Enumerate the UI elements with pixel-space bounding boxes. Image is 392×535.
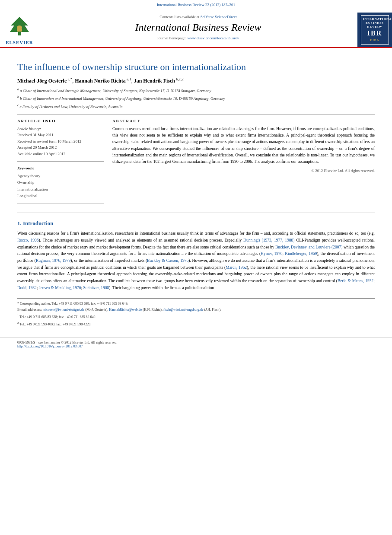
footnote-section: * Corresponding author. Tel.: +49 0 711 … [17, 298, 375, 327]
ibr-acronym: IBR [363, 29, 387, 38]
ibr-logo: INTERNATIONAL BUSINESS REVIEW IBR EIBA [361, 15, 389, 45]
ref-dunning-1973[interactable]: Dunning's (1973, 1977, 1988) [243, 238, 294, 242]
history-revised: Received in revised form 10 March 2012 [17, 138, 104, 144]
footnote-1: 1 Tel.: +49 0 711 685 83 638; fax: +49 0… [17, 313, 375, 320]
divider-bottom-info [17, 204, 104, 204]
affiliation-a: a a Chair of International and Strategic… [17, 87, 375, 94]
eiba-label: EIBA [370, 38, 379, 42]
ibr-line2: BUSINESS [363, 21, 387, 25]
article-history: Article history: Received 31 May 2011 Re… [17, 126, 104, 157]
journal-title-area: Contents lists available at SciVerse Sci… [39, 13, 357, 47]
section-title-text: Introduction [23, 220, 54, 226]
intro-paragraph-1: When discussing reasons for a firm's int… [17, 230, 375, 291]
footnote-2: 2 Tel.: +49 0 821 598 4080; fax: +49 0 8… [17, 321, 375, 327]
ref-march-1962[interactable]: March, 1962 [226, 265, 247, 270]
abstract-column: ABSTRACT Common reasons mentioned for a … [112, 119, 375, 208]
top-citation-bar: International Business Review 22 (2013) … [0, 0, 392, 8]
abstract-text: Common reasons mentioned for a firm's in… [112, 126, 375, 165]
history-received: Received 31 May 2011 [17, 132, 104, 138]
email-fisch[interactable]: fisch@wiwi.uni-augsburg.de [163, 308, 204, 312]
ref-rocco-1996[interactable]: Rocco, 1996 [17, 238, 39, 242]
article-title: The influence of ownership structure on … [17, 61, 375, 73]
author-2-name: Hannah Noriko Richta [75, 78, 125, 84]
history-online: Available online 10 April 2012 [17, 151, 104, 157]
homepage-url[interactable]: www.elsevier.com/locate/ibusrev [188, 36, 239, 40]
author-1-name: Michael-Jörg Oesterle [17, 78, 67, 84]
keywords-section: Keywords: Agency theory Ownership Intern… [17, 166, 104, 199]
contents-available-line: Contents lists available at SciVerse Sci… [43, 15, 353, 19]
journal-header: ELSEVIER Contents lists available at Sci… [0, 8, 392, 48]
article-info-column: ARTICLE INFO Article history: Received 3… [17, 119, 104, 208]
elsevier-name: ELSEVIER [6, 40, 33, 45]
page: International Business Review 22 (2013) … [0, 0, 392, 535]
article-body: The influence of ownership structure on … [0, 48, 392, 333]
copyright: © 2012 Elsevier Ltd. All rights reserved… [112, 169, 375, 173]
author-1-sup: a,* [67, 77, 72, 81]
elsevier-tree-icon [6, 15, 32, 38]
keyword-3: Internationalization [17, 186, 104, 193]
divider-1 [17, 114, 375, 115]
keyword-1: Agency theory [17, 173, 104, 179]
footnote-email: E-mail addresses: micoeste@iwi.uni-stutt… [17, 307, 375, 312]
elsevier-branding: ELSEVIER [0, 13, 39, 47]
divider-main [17, 213, 375, 213]
ref-buckley-2007[interactable]: Buckley, Devinney, and Louviere (2007) [275, 245, 343, 249]
doi-link[interactable]: http://dx.doi.org/10.1016/j.ibusrev.2012… [17, 344, 83, 348]
svg-rect-4 [17, 29, 22, 32]
ibr-line1: INTERNATIONAL [363, 17, 387, 21]
doi-line: http://dx.doi.org/10.1016/j.ibusrev.2012… [17, 344, 375, 348]
intro-section-title: 1. Introduction [17, 220, 375, 227]
info-abstract-section: ARTICLE INFO Article history: Received 3… [17, 119, 375, 208]
affiliation-c: c c Faculty of Business and Law, Univers… [17, 103, 375, 110]
author-2-sup: a,1 [126, 77, 131, 81]
email-oesterle[interactable]: micoeste@iwi.uni-stuttgart.de [43, 308, 85, 312]
ibr-line3: REVIEW [363, 25, 387, 29]
affiliation-b: b b Chair of Innovation and Internationa… [17, 95, 375, 102]
elsevier-logo: ELSEVIER [6, 15, 33, 45]
keywords-heading: Keywords: [17, 166, 104, 170]
bottom-bar: 0969-5931/$ – see front matter © 2012 El… [0, 338, 392, 351]
ref-rugman-1976[interactable]: Rugman, 1976, 1979 [36, 258, 70, 263]
sciverse-link[interactable]: SciVerse ScienceDirect [201, 15, 237, 19]
section-number: 1. [17, 220, 22, 226]
affiliations: a a Chair of International and Strategic… [17, 87, 375, 110]
authors-line: Michael-Jörg Oesterle a,*, Hannah Noriko… [17, 77, 375, 84]
keyword-2: Ownership [17, 179, 104, 186]
issn-line: 0969-5931/$ – see front matter © 2012 El… [17, 341, 375, 344]
ref-dodd-1932[interactable]: Dodd, 1932 [17, 286, 37, 290]
history-accepted: Accepted 20 March 2012 [17, 144, 104, 150]
ref-steinitzer-1908[interactable]: Steinitzer, 1908 [83, 286, 109, 290]
author-3-sup: b,c,2 [175, 77, 184, 81]
email-richta[interactable]: HannahRichta@web.de [109, 308, 142, 312]
author-3-name: Jan Hendrik Fisch [134, 78, 175, 84]
divider-keywords [17, 161, 104, 162]
ref-berle-means-1932[interactable]: Berle & Means, 1932 [338, 279, 373, 283]
ref-kindleberger-1969[interactable]: Kindleberger, 1969 [285, 252, 317, 256]
keyword-4: Longitudinal [17, 193, 104, 199]
journal-title: International Business Review [43, 22, 353, 33]
journal-citation: International Business Review 22 (2013) … [157, 3, 235, 7]
article-info-heading: ARTICLE INFO [17, 119, 104, 123]
ref-jensen-meckling-1976[interactable]: Jensen & Meckling, 1976 [39, 286, 81, 290]
abstract-heading: ABSTRACT [112, 119, 375, 123]
history-label: Article history: [17, 126, 104, 132]
footnote-star: * Corresponding author. Tel.: +49 0 711 … [17, 301, 375, 306]
ref-buckley-casson-1976[interactable]: Buckley & Casson, 1976 [147, 258, 188, 263]
ibr-logo-area: INTERNATIONAL BUSINESS REVIEW IBR EIBA [357, 13, 392, 47]
ref-hymer-1976[interactable]: Hymer, 1976 [261, 252, 282, 256]
journal-homepage: journal homepage: www.elsevier.com/locat… [43, 36, 353, 40]
